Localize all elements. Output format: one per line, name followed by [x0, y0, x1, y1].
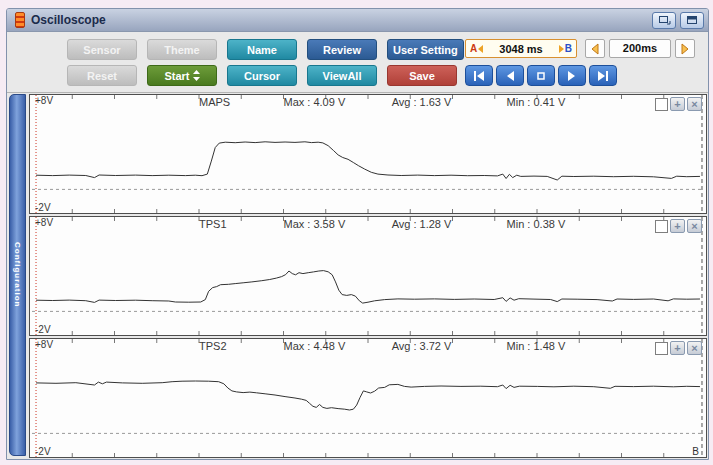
reset-button[interactable]: Reset — [67, 65, 137, 86]
max-value: Max : 4.09 V — [284, 96, 346, 108]
min-value: Min : 0.38 V — [507, 218, 566, 230]
tps1-waveform — [30, 217, 706, 335]
avg-value: Avg : 3.72 V — [392, 340, 452, 352]
avg-value: Avg : 1.63 V — [392, 96, 452, 108]
zoom-in-button[interactable]: + — [670, 97, 685, 111]
window-title: Oscilloscope — [31, 13, 652, 27]
viewall-button[interactable]: ViewAll — [307, 65, 377, 86]
channel-panels: +8V MAPS Max : 4.09 V Avg : 1.63 V Min :… — [29, 93, 707, 458]
start-button[interactable]: Start — [147, 65, 217, 86]
toolbar: Sensor Theme Name Review User Setting Re… — [7, 32, 708, 93]
channel-checkbox[interactable] — [655, 220, 668, 233]
zoom-in-button[interactable]: + — [670, 341, 685, 355]
restore-window-button[interactable] — [652, 12, 676, 29]
user-setting-button[interactable]: User Setting — [387, 39, 464, 60]
close-channel-button[interactable]: × — [687, 97, 702, 111]
avg-value: Avg : 1.28 V — [392, 218, 452, 230]
top-voltage-label: +8V — [35, 95, 53, 106]
configuration-tab-label: Configuration — [13, 242, 22, 307]
start-spinner-icon — [193, 70, 200, 81]
previous-icon — [505, 71, 515, 81]
max-value: Max : 4.48 V — [284, 340, 346, 352]
channel-name: TPS2 — [199, 340, 227, 352]
playback-controls — [465, 65, 617, 86]
cursor-b-label: B — [565, 43, 572, 54]
cursor-b-arrow-icon — [559, 45, 564, 53]
ab-range-value: 3048 ms — [483, 43, 559, 55]
next-icon — [567, 71, 577, 81]
top-voltage-label: +8V — [35, 339, 53, 350]
timebase-decrease-button[interactable] — [585, 39, 605, 58]
close-channel-button[interactable]: × — [687, 341, 702, 355]
name-button[interactable]: Name — [227, 39, 297, 60]
restore-window-icon — [658, 15, 671, 25]
stop-button[interactable] — [527, 65, 555, 86]
close-channel-button[interactable]: × — [687, 219, 702, 233]
bottom-voltage-label: -2V — [35, 446, 51, 457]
theme-button[interactable]: Theme — [147, 39, 217, 60]
left-arrow-icon — [590, 43, 600, 55]
skip-first-icon — [473, 71, 485, 81]
cursor-b-marker-label: B — [692, 446, 699, 457]
max-value: Max : 3.58 V — [284, 218, 346, 230]
channel-checkbox[interactable] — [655, 342, 668, 355]
cursor-button[interactable]: Cursor — [227, 65, 297, 86]
stop-icon — [536, 71, 546, 81]
min-value: Min : 1.48 V — [507, 340, 566, 352]
channel-checkbox[interactable] — [655, 98, 668, 111]
oscilloscope-window: Oscilloscope Sensor Theme Name Review Us… — [6, 8, 709, 460]
tps2-waveform — [30, 339, 706, 457]
save-button[interactable]: Save — [387, 65, 457, 86]
channel-panel-tps2: +8V TPS2 Max : 4.48 V Avg : 3.72 V Min :… — [29, 338, 707, 458]
zoom-in-button[interactable]: + — [670, 219, 685, 233]
scope-content: Configuration +8V MAPS Max : 4.09 V Avg … — [7, 93, 708, 459]
bottom-voltage-label: -2V — [35, 324, 51, 335]
cursor-a-label: A — [470, 43, 477, 54]
timebase-increase-button[interactable] — [675, 39, 695, 58]
app-icon — [15, 12, 25, 28]
titlebar: Oscilloscope — [7, 9, 708, 32]
first-frame-button[interactable] — [465, 65, 493, 86]
top-voltage-label: +8V — [35, 217, 53, 228]
bottom-voltage-label: -2V — [35, 202, 51, 213]
ab-range-box[interactable]: A 3048 ms B — [465, 39, 577, 58]
start-button-label: Start — [164, 66, 189, 86]
sensor-button[interactable]: Sensor — [67, 39, 137, 60]
min-value: Min : 0.41 V — [507, 96, 566, 108]
maps-waveform — [30, 95, 706, 213]
channel-name: MAPS — [199, 96, 230, 108]
right-arrow-icon — [680, 43, 690, 55]
next-button[interactable] — [558, 65, 586, 86]
channel-name: TPS1 — [199, 218, 227, 230]
channel-panel-maps: +8V MAPS Max : 4.09 V Avg : 1.63 V Min :… — [29, 94, 707, 214]
channel-panel-tps1: +8V TPS1 Max : 3.58 V Avg : 1.28 V Min :… — [29, 216, 707, 336]
window-menu-icon — [686, 15, 698, 25]
configuration-tab[interactable]: Configuration — [9, 94, 26, 456]
skip-last-icon — [597, 71, 609, 81]
previous-button[interactable] — [496, 65, 524, 86]
window-menu-button[interactable] — [680, 12, 704, 29]
last-frame-button[interactable] — [589, 65, 617, 86]
timebase-value: 200ms — [609, 39, 671, 58]
review-button[interactable]: Review — [307, 39, 377, 60]
